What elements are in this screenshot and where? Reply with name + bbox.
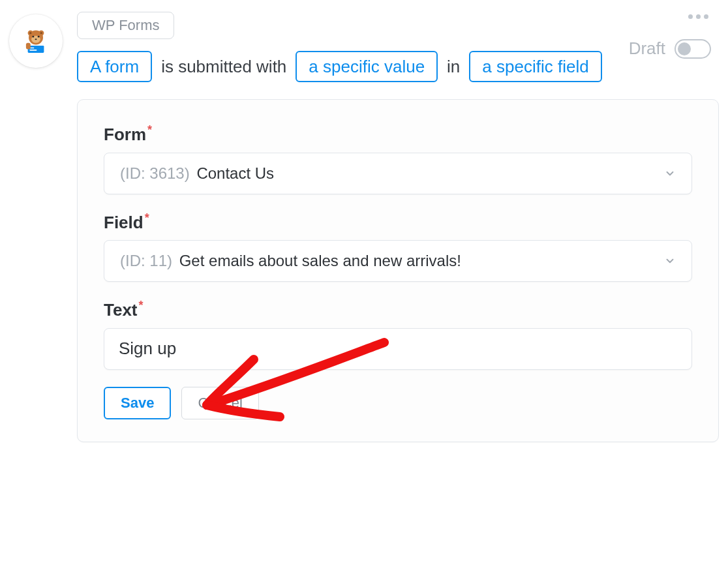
- token-field[interactable]: a specific field: [469, 51, 601, 82]
- token-form[interactable]: A form: [77, 51, 152, 82]
- form-select-id: (ID: 3613): [120, 164, 190, 182]
- more-options-button[interactable]: [686, 12, 711, 22]
- wpforms-bear-icon: [22, 27, 50, 55]
- token-value[interactable]: a specific value: [296, 51, 438, 82]
- cancel-button[interactable]: Cancel: [181, 387, 258, 419]
- token-value-label: a specific value: [309, 57, 425, 77]
- field-select[interactable]: (ID: 11) Get emails about sales and new …: [104, 240, 692, 282]
- trigger-sentence: A form is submitted with a specific valu…: [77, 51, 617, 82]
- form-select-name: Contact Us: [196, 164, 274, 182]
- field-select-name: Get emails about sales and new arrivals!: [179, 252, 461, 269]
- token-form-label: A form: [90, 57, 139, 77]
- field-select-id: (ID: 11): [120, 252, 172, 269]
- text-input[interactable]: [104, 328, 692, 370]
- svg-rect-12: [26, 43, 31, 50]
- required-asterisk: *: [147, 123, 152, 136]
- integration-chip[interactable]: WP Forms: [77, 12, 174, 39]
- svg-point-7: [38, 36, 40, 38]
- form-label: Form*: [104, 123, 152, 145]
- integration-chip-label: WP Forms: [92, 17, 159, 34]
- chevron-down-icon: [664, 255, 676, 267]
- integration-avatar: [9, 14, 63, 68]
- text-label-text: Text: [104, 300, 138, 320]
- save-button-label: Save: [121, 395, 154, 412]
- form-select-value: (ID: 3613) Contact Us: [120, 164, 274, 183]
- chevron-down-icon: [664, 168, 676, 179]
- draft-toggle[interactable]: [675, 39, 711, 59]
- svg-point-4: [40, 32, 42, 34]
- cancel-button-label: Cancel: [198, 395, 242, 412]
- svg-point-3: [29, 32, 31, 34]
- required-asterisk: *: [145, 211, 149, 224]
- form-label-text: Form: [104, 125, 146, 144]
- dot-icon: [696, 14, 701, 19]
- text-label: Text*: [104, 299, 144, 320]
- svg-point-6: [33, 36, 35, 38]
- status-label: Draft: [629, 38, 665, 59]
- form-select[interactable]: (ID: 3613) Contact Us: [104, 153, 692, 194]
- svg-point-8: [35, 38, 37, 40]
- dot-icon: [688, 14, 693, 19]
- dot-icon: [704, 14, 708, 19]
- svg-rect-11: [29, 50, 37, 51]
- sentence-text-2: in: [447, 57, 460, 77]
- token-field-label: a specific field: [482, 57, 588, 77]
- save-button[interactable]: Save: [104, 387, 171, 419]
- field-label-text: Field: [104, 212, 144, 232]
- field-select-value: (ID: 11) Get emails about sales and new …: [120, 252, 461, 270]
- sentence-text-1: is submitted with: [161, 57, 286, 77]
- field-label: Field*: [104, 211, 149, 233]
- config-panel: Form* (ID: 3613) Contact Us Field*: [77, 99, 719, 442]
- required-asterisk: *: [139, 299, 144, 312]
